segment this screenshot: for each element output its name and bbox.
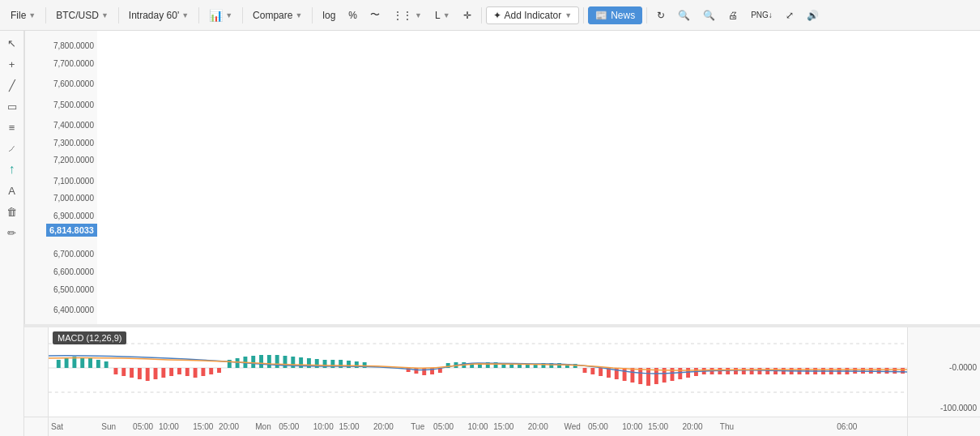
chart-type-icon: 📊 xyxy=(209,9,223,22)
svg-rect-254 xyxy=(583,368,587,373)
crosshair-tool[interactable]: + xyxy=(3,55,21,73)
hline-tool[interactable]: ≡ xyxy=(3,118,21,136)
refresh-btn[interactable]: ↻ xyxy=(651,6,671,24)
cursor-btn[interactable]: ✛ xyxy=(458,6,477,24)
add-indicator-arrow: ▼ xyxy=(565,11,572,19)
svg-rect-261 xyxy=(638,368,642,384)
pencil-tool[interactable]: ✏ xyxy=(3,224,21,242)
svg-rect-255 xyxy=(590,368,594,374)
line-tool[interactable]: ╱ xyxy=(3,76,21,94)
wave-btn[interactable]: 〜 xyxy=(364,5,386,25)
timeframe-arrow: ▼ xyxy=(181,11,189,19)
price-7000: 7,000.0000 xyxy=(53,194,94,203)
svg-rect-209 xyxy=(185,368,190,376)
l-arrow: ▼ xyxy=(443,11,450,19)
compare-label: Compare xyxy=(253,10,292,21)
svg-rect-198 xyxy=(96,360,100,368)
symbol-selector[interactable]: BTC/USD ▼ xyxy=(50,6,114,24)
zoom-in-btn[interactable]: 🔍 xyxy=(672,6,696,24)
left-toolbar-xaxis xyxy=(24,417,49,437)
svg-rect-292 xyxy=(885,368,889,374)
price-7300: 7,300.0000 xyxy=(53,138,94,147)
pointer-tool[interactable]: ↖ xyxy=(3,34,21,52)
x-label-0500-1: 05:00 xyxy=(133,422,153,431)
chart-type-arrow: ▼ xyxy=(225,11,232,19)
macd-axis: -0.0000 -100.0000 xyxy=(907,327,980,417)
price-current: 6,814.8033 xyxy=(46,224,97,237)
sep8 xyxy=(646,7,647,24)
svg-rect-215 xyxy=(236,358,240,368)
fullscreen-icon: ⤢ xyxy=(786,10,794,21)
svg-rect-208 xyxy=(177,368,181,374)
series-arrow: ▼ xyxy=(415,11,422,19)
zoom-out-btn[interactable]: 🔍 xyxy=(697,6,721,24)
svg-rect-197 xyxy=(88,358,92,368)
export-icon: PNG↓ xyxy=(751,11,773,19)
x-label-0500-2: 05:00 xyxy=(279,422,299,431)
svg-rect-260 xyxy=(630,368,634,383)
svg-rect-218 xyxy=(259,355,263,368)
price-6700: 6,700.0000 xyxy=(53,250,94,259)
sep1 xyxy=(45,7,46,24)
svg-rect-233 xyxy=(414,368,418,374)
delete-tool[interactable]: 🗑 xyxy=(3,203,21,220)
l-btn[interactable]: L ▼ xyxy=(429,6,456,24)
price-7200: 7,200.0000 xyxy=(53,156,94,165)
left-toolbar-macd xyxy=(24,327,49,417)
macd-chart[interactable]: MACD (12,26,9) xyxy=(49,327,907,417)
log-label: log xyxy=(322,10,335,21)
compare-btn[interactable]: Compare ▼ xyxy=(247,6,308,24)
diagonal-tool[interactable]: ⟋ xyxy=(3,139,21,157)
export-btn[interactable]: PNG↓ xyxy=(745,7,778,23)
arrow-tool[interactable]: ↑ xyxy=(3,160,21,178)
volume-btn[interactable]: 🔊 xyxy=(801,6,824,24)
price-axis: 7,800.0000 7,700.0000 7,600.0000 7,500.0… xyxy=(24,31,97,324)
volume-icon: 🔊 xyxy=(807,10,819,21)
x-axis-row: Sat Sun 05:00 10:00 15:00 20:00 Mon 05:0… xyxy=(24,417,980,437)
svg-rect-201 xyxy=(121,368,126,376)
print-btn[interactable]: 🖨 xyxy=(722,6,744,24)
svg-rect-293 xyxy=(893,368,897,374)
compare-arrow: ▼ xyxy=(295,11,302,19)
svg-rect-196 xyxy=(80,357,84,368)
x-label-1000-3: 10:00 xyxy=(467,422,488,431)
x-label-1000-4: 10:00 xyxy=(622,422,642,431)
macd-row: MACD (12,26,9) xyxy=(24,327,980,417)
svg-rect-203 xyxy=(138,368,142,379)
toolbar: File ▼ BTC/USD ▼ Intraday 60' ▼ 📊 ▼ Comp… xyxy=(0,0,980,31)
svg-rect-219 xyxy=(267,355,271,368)
x-label-wed: Wed xyxy=(564,422,580,431)
x-label-0500-4: 05:00 xyxy=(588,422,608,431)
text-tool[interactable]: A xyxy=(3,182,21,199)
log-btn[interactable]: log xyxy=(317,6,341,24)
timeframe-selector[interactable]: Intraday 60' ▼ xyxy=(123,6,194,24)
price-7600: 7,600.0000 xyxy=(53,79,94,88)
x-label-thu: Thu xyxy=(720,422,734,431)
main-area: ↖ + ╱ ▭ ≡ ⟋ ↑ A 🗑 ✏ BTC/USD ↻ ⊟ SMA (100… xyxy=(0,31,980,436)
sep2 xyxy=(118,7,119,24)
series-btn[interactable]: ⋮⋮ ▼ xyxy=(387,6,428,24)
svg-rect-275 xyxy=(750,368,754,374)
price-6600: 6,600.0000 xyxy=(53,267,94,276)
x-label-2000-4: 20:00 xyxy=(682,422,702,431)
svg-rect-259 xyxy=(623,368,627,381)
svg-rect-277 xyxy=(765,368,769,374)
rect-tool[interactable]: ▭ xyxy=(3,97,21,115)
fullscreen-btn[interactable]: ⤢ xyxy=(780,6,799,24)
file-menu[interactable]: File ▼ xyxy=(5,6,41,24)
percent-btn[interactable]: % xyxy=(343,6,363,24)
x-label-1000-2: 10:00 xyxy=(313,422,334,431)
add-indicator-button[interactable]: ✦ Add Indicator ▼ xyxy=(486,6,580,24)
x-axis-labels: Sat Sun 05:00 10:00 15:00 20:00 Mon 05:0… xyxy=(49,417,907,437)
symbol-arrow: ▼ xyxy=(101,11,109,19)
svg-rect-194 xyxy=(65,358,69,368)
zoom-out-icon: 🔍 xyxy=(703,10,715,21)
macd-svg xyxy=(49,327,907,417)
sep6 xyxy=(481,7,482,24)
chart-type-btn[interactable]: 📊 ▼ xyxy=(203,6,238,25)
svg-rect-199 xyxy=(104,361,109,368)
file-arrow: ▼ xyxy=(28,11,36,19)
news-button[interactable]: 📰 News xyxy=(588,6,642,24)
print-icon: 🖨 xyxy=(728,10,738,21)
svg-rect-217 xyxy=(251,356,255,368)
